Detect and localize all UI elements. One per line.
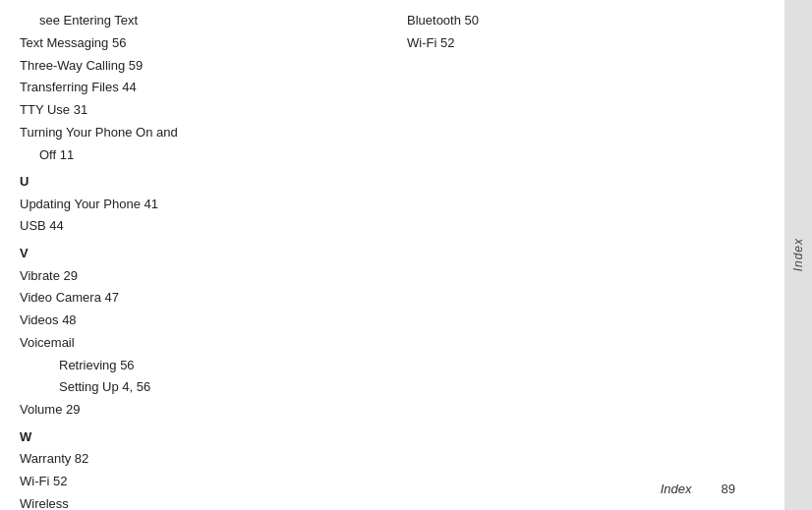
index-entry: Off 11: [20, 144, 377, 167]
index-entry: Video Camera 47: [20, 287, 377, 310]
index-entry: Transferring Files 44: [20, 77, 377, 99]
main-content: see Entering TextText Messaging 56Three-…: [0, 0, 784, 510]
side-tab: Index: [784, 0, 812, 510]
index-entry: Bluetooth 50: [407, 10, 765, 32]
index-entry: U: [20, 170, 377, 193]
index-entry: Voicemail: [20, 332, 377, 355]
index-entry: Volume 29: [20, 399, 377, 422]
index-entry: Retrieving 56: [20, 355, 377, 377]
index-entry: USB 44: [20, 215, 377, 238]
side-tab-label: Index: [791, 238, 805, 271]
index-entry: W: [20, 425, 377, 448]
index-entry: Videos 48: [20, 310, 377, 332]
index-entry: Vibrate 29: [20, 265, 377, 288]
left-column: see Entering TextText Messaging 56Three-…: [20, 10, 377, 510]
index-entry: Wi-Fi 52: [407, 32, 765, 55]
index-entry: TTY Use 31: [20, 99, 377, 122]
index-entry: Setting Up 4, 56: [20, 376, 377, 399]
index-entry: Warranty 82: [20, 448, 377, 471]
index-entry: Three-Way Calling 59: [20, 55, 377, 78]
index-entry: Updating Your Phone 41: [20, 194, 377, 216]
index-entry: Wi-Fi 52: [20, 471, 377, 493]
index-entry: see Entering Text: [20, 10, 377, 32]
index-entry: Text Messaging 56: [20, 32, 377, 55]
footer-page: 89: [722, 482, 735, 496]
index-entry: Wireless: [20, 493, 377, 510]
footer-label: Index: [661, 482, 692, 496]
two-column-layout: see Entering TextText Messaging 56Three-…: [20, 10, 765, 510]
right-column: Bluetooth 50Wi-Fi 52: [407, 10, 765, 510]
page-footer: Index 89: [661, 482, 735, 496]
page-container: see Entering TextText Messaging 56Three-…: [0, 0, 812, 510]
index-entry: V: [20, 242, 377, 264]
index-entry: Turning Your Phone On and: [20, 122, 377, 144]
